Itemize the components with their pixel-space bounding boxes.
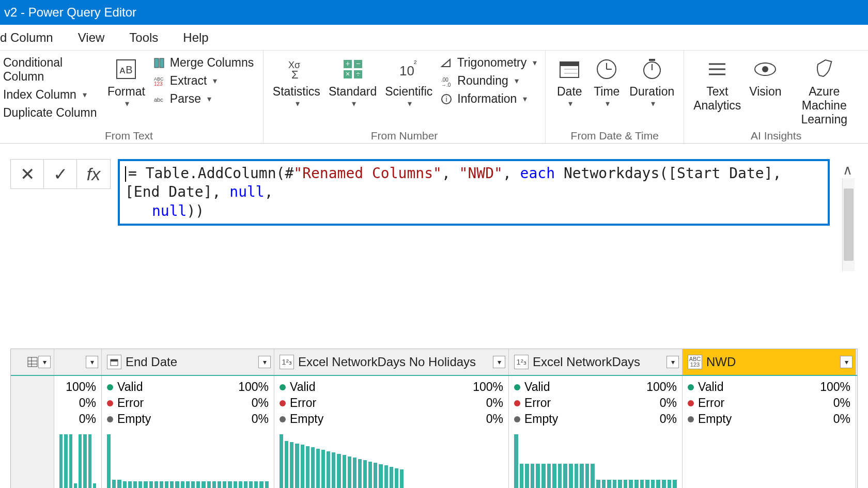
index-column-button[interactable]: Index Column▾ xyxy=(0,86,103,104)
commit-formula-button[interactable]: ✓ xyxy=(44,160,77,188)
quality-nwd: Valid100% Error0% Empty0% xyxy=(509,376,683,430)
column-header-hidden[interactable]: ▾ xyxy=(54,349,102,375)
fx-icon: fx xyxy=(87,164,100,184)
extract-icon: ABC123 xyxy=(152,74,166,88)
svg-point-37 xyxy=(762,66,768,72)
extract-button[interactable]: ABC123 Extract▾ xyxy=(149,72,258,90)
trigonometry-button[interactable]: Trigonometry▾ xyxy=(437,54,540,72)
cancel-formula-button[interactable]: ✕ xyxy=(11,160,44,188)
chevron-down-icon: ▾ xyxy=(568,99,572,108)
information-icon: i xyxy=(440,92,453,106)
tab-view[interactable]: View xyxy=(78,30,105,45)
dist-nwd-new xyxy=(683,430,856,488)
information-button[interactable]: i Information▾ xyxy=(437,90,540,108)
formula-expand-button[interactable]: ∧ xyxy=(837,159,858,178)
formula-controls: ✕ ✓ fx xyxy=(10,159,111,189)
formula-scrollbar[interactable] xyxy=(842,178,855,271)
quality-c1: 100% 0% 0% xyxy=(54,376,102,430)
distribution-row: 98 distinct, 96 unique 83 distinct, 66 u… xyxy=(11,430,857,488)
svg-text:abc: abc xyxy=(154,97,163,103)
tab-add-column[interactable]: d Column xyxy=(0,30,53,45)
rounding-button[interactable]: .00→.0 Rounding▾ xyxy=(437,72,540,90)
column-filter-dropdown[interactable]: ▾ xyxy=(840,356,853,368)
dist-nwd: 88 distinct, 77 unique xyxy=(509,430,683,488)
statistics-icon: XσΣ xyxy=(282,55,311,84)
any-type-icon: ABC123 xyxy=(688,355,702,369)
row-index-header[interactable]: ▾ xyxy=(11,349,54,375)
svg-text:÷: ÷ xyxy=(356,70,360,78)
parse-icon: abc xyxy=(152,92,166,106)
date-button[interactable]: Date▾ xyxy=(551,54,588,109)
ribbon-group-from-datetime: From Date & Time xyxy=(551,128,678,142)
azure-ml-button[interactable]: Azure Machine Learning xyxy=(785,54,863,128)
standard-button[interactable]: +−×÷ Standard▾ xyxy=(324,54,381,109)
column-filter-dropdown[interactable]: ▾ xyxy=(86,356,98,368)
chevron-up-icon: ∧ xyxy=(843,162,853,178)
column-filter-dropdown[interactable]: ▾ xyxy=(493,356,505,368)
chevron-down-icon: ▾ xyxy=(651,99,655,108)
dist-end-date: 98 distinct, 96 unique xyxy=(102,430,274,488)
duplicate-column-button[interactable]: Duplicate Column xyxy=(0,104,103,122)
format-icon: ᴀB xyxy=(112,55,141,84)
chevron-down-icon: ▾ xyxy=(606,99,610,108)
standard-icon: +−×÷ xyxy=(338,55,367,84)
parse-button[interactable]: abc Parse▾ xyxy=(149,90,258,108)
duration-icon xyxy=(638,55,667,84)
ribbon-group-from-text: From Text xyxy=(0,128,258,142)
time-button[interactable]: Time▾ xyxy=(588,54,625,109)
chevron-down-icon: ▾ xyxy=(125,99,129,108)
menubar: d Column View Tools Help xyxy=(0,25,868,51)
chevron-down-icon: ▾ xyxy=(207,94,211,104)
tab-tools[interactable]: Tools xyxy=(129,30,158,45)
azure-ml-icon xyxy=(810,55,839,84)
chevron-down-icon: ▾ xyxy=(352,99,356,108)
rounding-icon: .00→.0 xyxy=(440,74,453,88)
table-icon xyxy=(26,355,39,369)
scientific-button[interactable]: 10² Scientific▾ xyxy=(381,54,437,109)
column-header-networkdays[interactable]: 1²₃ Excel NetworkDays ▾ xyxy=(509,349,683,375)
column-quality-row: 100% 0% 0% Valid100% Error0% Empty0% Val… xyxy=(11,376,857,430)
duration-button[interactable]: Duration▾ xyxy=(625,54,678,109)
dist-c1 xyxy=(54,430,102,488)
column-header-end-date[interactable]: End Date ▾ xyxy=(102,349,274,375)
svg-text:Σ: Σ xyxy=(291,68,299,81)
conditional-column-button[interactable]: Conditional Column xyxy=(0,54,103,86)
check-icon: ✓ xyxy=(53,164,68,184)
vision-icon xyxy=(751,55,780,84)
svg-rect-3 xyxy=(160,58,164,68)
ribbon-group-from-number: From Number xyxy=(269,128,540,142)
tab-help[interactable]: Help xyxy=(183,30,208,45)
formula-input[interactable]: = Table.AddColumn(#"Renamed Columns", "N… xyxy=(118,159,830,226)
fx-button[interactable]: fx xyxy=(77,160,110,188)
merge-icon xyxy=(152,56,166,70)
svg-rect-24 xyxy=(560,62,579,66)
int-type-icon: 1²₃ xyxy=(280,355,294,369)
column-header-networkdays-no-holidays[interactable]: 1²₃ Excel NetworkDays No Holidays ▾ xyxy=(274,349,509,375)
statistics-button[interactable]: XσΣ Statistics▾ xyxy=(269,54,324,109)
ribbon-group-ai-insights: AI Insights xyxy=(689,128,863,142)
index-column-dropdown[interactable]: ▾ xyxy=(38,356,51,368)
column-filter-dropdown[interactable]: ▾ xyxy=(258,356,271,368)
svg-text:ᴀB: ᴀB xyxy=(120,64,133,75)
vision-button[interactable]: Vision xyxy=(745,54,785,100)
quality-nwd-new: Valid100% Error0% Empty0% xyxy=(683,376,856,430)
ribbon: Conditional Column Index Column▾ Duplica… xyxy=(0,51,868,144)
svg-rect-38 xyxy=(28,357,37,367)
formula-bar: ✕ ✓ fx = Table.AddColumn(#"Renamed Colum… xyxy=(0,144,868,276)
chevron-down-icon: ▾ xyxy=(296,99,300,108)
chevron-down-icon: ▾ xyxy=(408,99,412,108)
text-analytics-icon xyxy=(703,55,732,84)
column-header-nwd[interactable]: ABC123 NWD ▾ xyxy=(683,349,856,375)
chevron-down-icon: ▾ xyxy=(213,76,217,86)
format-button[interactable]: ᴀB Format▾ xyxy=(103,54,149,109)
svg-text:10: 10 xyxy=(399,63,414,78)
close-icon: ✕ xyxy=(20,164,35,184)
quality-nwd-no-holidays: Valid100% Error0% Empty0% xyxy=(274,376,509,430)
window-titlebar: v2 - Power Query Editor xyxy=(0,0,868,25)
column-filter-dropdown[interactable]: ▾ xyxy=(667,356,679,368)
text-analytics-button[interactable]: Text Analytics xyxy=(689,54,745,114)
svg-text:×: × xyxy=(345,70,349,78)
svg-text:i: i xyxy=(446,95,447,103)
chevron-down-icon: ▾ xyxy=(533,58,537,68)
merge-columns-button[interactable]: Merge Columns xyxy=(149,54,258,72)
